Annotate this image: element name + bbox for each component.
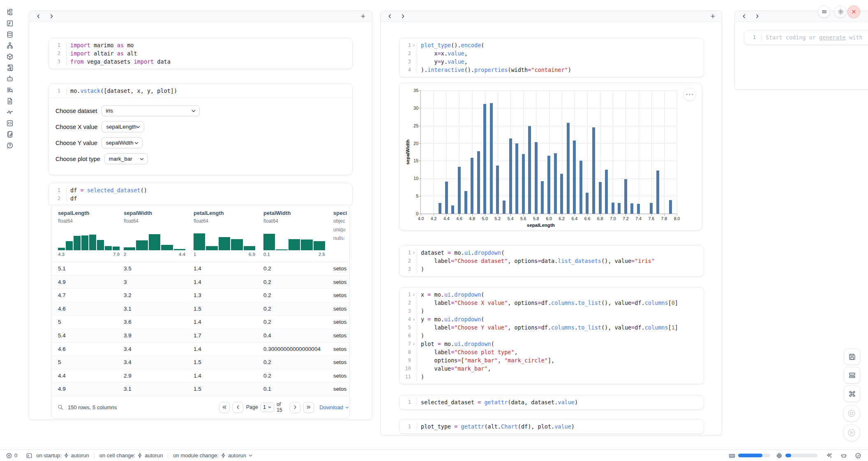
sidebar xyxy=(0,0,20,448)
snippets-icon[interactable] xyxy=(5,120,15,127)
scratchpad-icon[interactable] xyxy=(5,131,15,138)
table-row[interactable]: 4.63.11.50.2setos xyxy=(51,302,349,316)
settings-button[interactable] xyxy=(834,5,847,18)
documentation-icon[interactable] xyxy=(5,97,15,105)
collapse-left-icon[interactable] xyxy=(386,12,394,21)
code-line: df xyxy=(66,194,352,203)
dropdown-select[interactable]: sepalWidth xyxy=(102,137,143,148)
fold-chevron-icon[interactable]: ∨ xyxy=(411,290,417,299)
collapse-left-icon[interactable] xyxy=(34,12,42,21)
file-tree-icon[interactable] xyxy=(5,9,15,16)
code-cell-plot-type[interactable]: 1plot_type = getattr(alt.Chart(df), plot… xyxy=(399,419,704,434)
menu-button[interactable] xyxy=(818,5,830,18)
table-cell: 1.5 xyxy=(194,302,201,316)
table-row[interactable]: 5.13.51.40.2setos xyxy=(51,262,349,276)
table-row[interactable]: 4.931.40.2setos xyxy=(51,276,349,289)
add-column-icon[interactable] xyxy=(359,12,367,21)
collapse-left-icon[interactable] xyxy=(740,12,748,21)
prev-page-button[interactable] xyxy=(233,402,243,413)
collapse-right-icon[interactable] xyxy=(399,12,407,21)
shutdown-button[interactable] xyxy=(847,5,860,18)
column-name: petalLength xyxy=(194,205,259,216)
runtime-config-item[interactable]: on cell change:autorun xyxy=(99,452,163,459)
download-button[interactable]: Download xyxy=(319,404,349,410)
ai-sparkles-icon[interactable] xyxy=(826,452,833,459)
datasources-icon[interactable] xyxy=(5,31,15,38)
runtime-config-item[interactable]: on module change:autorun xyxy=(173,452,253,459)
dropdown-select[interactable]: iris xyxy=(102,105,200,116)
command-palette-button[interactable] xyxy=(844,385,860,402)
code-cell-empty[interactable]: 1Start coding or generate with xyxy=(744,30,868,45)
code-cell-imports[interactable]: 1import marimo as mo2import altair as al… xyxy=(48,38,353,69)
fold-chevron-icon[interactable]: ∨ xyxy=(411,315,417,323)
terminal-icon[interactable] xyxy=(26,452,32,459)
table-row[interactable]: 5.43.91.70.4setos xyxy=(51,329,349,343)
bar xyxy=(503,201,506,214)
runtime-config-label: on startup: xyxy=(36,452,61,459)
table-cell: setos xyxy=(333,369,346,383)
runtime-config-item[interactable]: on startup:autorun xyxy=(36,452,89,459)
dropdown-select[interactable]: mark_bar xyxy=(104,153,148,164)
search-icon[interactable] xyxy=(57,404,64,410)
table-row[interactable]: 4.73.21.30.2setos xyxy=(51,289,349,302)
code-cell-xyplot[interactable]: 1∨x = mo.ui.dropdown(2 label="Choose X v… xyxy=(399,287,704,384)
table-row[interactable]: 4.93.11.50.1setos xyxy=(51,383,349,396)
first-page-button[interactable] xyxy=(219,402,230,413)
table-row[interactable]: 4.63.41.40.30000000000000004setos xyxy=(51,343,349,356)
save-button[interactable] xyxy=(844,348,860,365)
line-number: 4 xyxy=(399,315,411,323)
help-icon[interactable] xyxy=(5,142,15,149)
column-header[interactable]: speciobjecuniqunulls: xyxy=(333,205,350,262)
fold-chevron-icon[interactable]: ∨ xyxy=(411,340,417,348)
last-page-button[interactable] xyxy=(303,402,314,413)
table-row[interactable]: 53.61.40.2setos xyxy=(51,316,349,329)
code-cell-selected-dataset[interactable]: 1selected_dataset = getattr(data, datase… xyxy=(399,395,704,410)
table-cell: 1.4 xyxy=(194,343,201,356)
line-number: 6 xyxy=(399,332,411,340)
tracing-icon[interactable] xyxy=(5,108,15,116)
next-page-button[interactable] xyxy=(290,402,300,413)
table-row[interactable]: 4.42.91.40.2setos xyxy=(51,369,349,383)
code-cell-vstack[interactable]: 1mo.vstack([dataset, x, y, plot]) Choose… xyxy=(48,83,353,175)
errors-icon[interactable] xyxy=(6,452,12,459)
line-number: 2 xyxy=(399,49,411,58)
run-button[interactable] xyxy=(843,424,860,441)
collapse-right-icon[interactable] xyxy=(753,12,761,21)
column-header[interactable]: sepalWidthfloat6424.4 xyxy=(124,205,189,262)
bar-chart[interactable]: 051015202530354.04.24.44.64.85.05.25.45.… xyxy=(421,90,677,214)
chart-actions-button[interactable] xyxy=(683,88,696,101)
collapse-right-icon[interactable] xyxy=(47,12,55,21)
dropdown-select[interactable]: sepalLength xyxy=(102,121,144,132)
df-editor[interactable]: 1df = selected_dataset()2df xyxy=(48,183,353,206)
add-column-icon[interactable] xyxy=(709,12,717,21)
memory-meter xyxy=(738,454,770,457)
fold-chevron-icon[interactable]: ∨ xyxy=(411,249,417,257)
dependency-graph-icon[interactable] xyxy=(5,42,15,49)
column-header[interactable]: sepalLengthfloat644.37.9 xyxy=(58,205,124,262)
bar xyxy=(477,151,480,214)
layout-button[interactable] xyxy=(844,367,860,383)
table-cell: 3.4 xyxy=(124,343,132,356)
code-cell-dataset[interactable]: 1∨dataset = mo.ui.dropdown(2 label="Choo… xyxy=(399,245,704,277)
connection-status-icon[interactable] xyxy=(855,452,861,459)
page-select[interactable]: 1 xyxy=(261,403,274,412)
column-header[interactable]: petalWidthfloat640.12.5 xyxy=(263,205,329,262)
runtime-config-label: on module change: xyxy=(173,452,219,459)
error-count: 0 xyxy=(14,452,17,459)
scripts-icon[interactable] xyxy=(5,64,15,71)
column-name: petalWidth xyxy=(263,205,329,216)
fold-chevron-icon[interactable]: ∨ xyxy=(411,41,417,49)
fold-spacer xyxy=(411,356,417,364)
assistant-bot-icon[interactable] xyxy=(840,452,847,459)
variables-icon[interactable] xyxy=(5,20,15,27)
code-cell-plot[interactable]: 1∨plot_type().encode(2 x=x.value,3 y=y.v… xyxy=(399,38,704,77)
table-row[interactable]: 53.41.50.2setos xyxy=(51,356,349,369)
column-header[interactable]: petalLengthfloat6416.9 xyxy=(194,205,259,262)
bar xyxy=(483,104,486,214)
packages-icon[interactable] xyxy=(5,53,15,60)
stop-button[interactable] xyxy=(843,405,860,422)
line-number: 1 xyxy=(399,249,411,257)
logs-icon[interactable] xyxy=(5,86,15,94)
chat-icon[interactable] xyxy=(5,75,15,83)
line-number: 2 xyxy=(399,257,411,265)
